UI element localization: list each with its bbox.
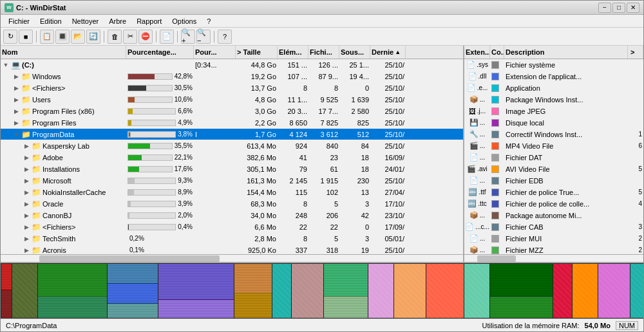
tree-row[interactable]: ▶📁CanonBJ2,0%34,0 Mo2482064223/10/ [1,210,463,221]
toolbar-btn-open[interactable]: 📂 [71,30,85,44]
tree-row[interactable]: ▼📁ProgramData3,8%I1,7 Go4 1243 61251225/… [1,129,463,140]
col-header-sous[interactable]: Sous... [339,46,370,59]
treemap-segment[interactable] [394,264,426,318]
ext-row[interactable]: 📄...Fichier MUI2 [464,233,643,244]
tree-row[interactable]: ▶📁Users10,6%4,8 Go11 1...9 5251 63925/10… [1,94,463,106]
ext-row[interactable]: 🎬.aviAVI Video File5 [464,163,643,175]
expand-button[interactable]: ▶ [12,108,20,115]
tree-row[interactable]: ▶📁Microsoft9,3%161,3 Mo2 1451 91523025/1… [1,175,463,187]
toolbar-btn-zoomout[interactable]: 🔍− [196,30,211,44]
toolbar-btn-cut[interactable]: ✂ [123,30,137,44]
expand-button[interactable]: ▶ [23,166,30,172]
col-header-pct[interactable]: Pourcentage... [126,46,194,59]
col-header-desc[interactable]: Description [504,46,628,59]
ext-row[interactable]: 📦...Fichier MZZ2 [464,244,643,254]
tree-table[interactable]: ▼💻(C:)[0:34...44,8 Go151 ...126 ...25 1.… [1,59,463,254]
toolbar-btn-copy[interactable]: 📋 [40,30,54,44]
expand-button[interactable]: ▶ [23,201,30,207]
ext-table[interactable]: 📄.sysFichier système📄.dllExtension de l'… [464,59,643,254]
toolbar-btn-reload[interactable]: 🔄 [86,30,100,44]
col-header-fichi[interactable]: Fichi... [308,46,339,59]
ext-row[interactable]: 🎬...MP4 Video File6 [464,140,643,152]
left-hscroll[interactable] [1,254,463,262]
expand-button[interactable]: ▶ [12,120,20,126]
treemap-segment[interactable] [368,264,393,318]
expand-button[interactable]: ▶ [12,85,20,91]
toolbar-btn-block[interactable]: ⛔ [138,30,153,44]
toolbar-btn-zoomin[interactable]: 🔍+ [181,30,195,44]
menu-item-?[interactable]: ? [202,16,216,26]
close-button[interactable]: ✕ [627,3,639,13]
toolbar-btn-view[interactable]: 🔳 [55,30,70,44]
treemap-segment[interactable] [324,264,368,318]
toolbar-btn-help[interactable]: ? [218,30,232,44]
expand-button[interactable]: ▶ [23,143,30,149]
ext-row[interactable]: 💾...Disque local [464,117,643,129]
ext-row[interactable]: 📦...Package autonome Mi... [464,210,643,221]
treemap-segment[interactable] [158,264,234,318]
treemap-segment[interactable] [272,264,291,318]
tree-row[interactable]: ▶📁Windows42,8%19,2 Go107 ...87 9...19 4.… [1,71,463,82]
tree-row[interactable]: ▶📁Program Files4,9%2,2 Go8 6507 82582525… [1,117,463,129]
tree-row[interactable]: ▼💻(C:)[0:34...44,8 Go151 ...126 ...25 1.… [1,59,463,71]
expand-button[interactable]: ▼ [2,62,10,68]
expand-button[interactable]: ▶ [23,247,30,254]
expand-button[interactable]: ▶ [23,189,30,196]
col-header-taille[interactable]: > Taille [236,46,278,59]
toolbar-btn-stop[interactable]: ■ [19,30,33,44]
menu-item-nettoyer[interactable]: Nettoyer [67,16,104,26]
tree-row[interactable]: ▶📁Oracle3,9%68,3 Mo85317/10/ [1,198,463,210]
tree-row[interactable]: ▶📁Kaspersky Lab35,5%613,4 Mo9248408425/1… [1,140,463,152]
toolbar-btn-delete[interactable]: 🗑 [108,30,122,44]
menu-item-fichier[interactable]: Fichier [3,16,35,26]
ext-row[interactable]: 🔧...Correctif Windows Inst...1 [464,129,643,140]
ext-row[interactable]: 📄...Fichier EDB [464,175,643,187]
treemap-segment[interactable] [234,264,272,318]
col-header-more[interactable]: > [628,46,643,59]
treemap-segment[interactable] [490,264,553,318]
treemap-segment[interactable] [426,264,464,318]
col-header-elem[interactable]: Elém... [278,46,308,59]
tree-row[interactable]: ▶📁NokiaInstallerCache8,9%154,4 Mo1151021… [1,187,463,198]
menu-item-options[interactable]: Options [167,16,202,26]
tree-row[interactable]: ▶📁Acronis0,1%925,0 Ko3373181925/10/ [1,244,463,254]
expand-button[interactable]: ▶ [23,154,30,161]
treemap-segment[interactable] [598,264,630,318]
ext-row[interactable]: 📦...Package Windows Inst... [464,94,643,106]
ext-row[interactable]: 📄.dllExtension de l'applicat... [464,71,643,82]
treemap-segment[interactable] [553,264,572,318]
expand-button[interactable]: ▶ [23,224,30,230]
ext-row[interactable]: 📄.e...Application [464,82,643,94]
col-header-co[interactable]: Co... [490,46,504,59]
ext-row[interactable]: 📄...Fichier DAT [464,152,643,163]
toolbar-btn-refresh[interactable]: ↻ [3,30,17,44]
tree-row[interactable]: ▶📁Installations17,6%305,1 Mo79611824/01/ [1,163,463,175]
menu-item-edition[interactable]: Edition [35,16,67,26]
ext-row[interactable]: 📄...c...Fichier CAB3 [464,221,643,233]
treemap-segment[interactable] [573,264,598,318]
treemap-segment[interactable] [1,264,12,318]
right-hscroll[interactable] [464,254,643,262]
expand-button[interactable]: ▼ [12,131,20,138]
treemap[interactable] [1,262,643,318]
toolbar-btn-file[interactable]: 📄 [160,30,174,44]
treemap-segment[interactable] [38,264,107,318]
expand-button[interactable]: ▶ [23,235,30,242]
expand-button[interactable]: ▶ [12,97,20,103]
col-header-pour[interactable]: Pour... [194,46,236,59]
minimize-button[interactable]: − [598,3,611,13]
menu-item-arbre[interactable]: Arbre [104,16,131,26]
treemap-segment[interactable] [464,264,489,318]
col-header-nom[interactable]: Nom [1,46,126,59]
menu-item-rapport[interactable]: Rapport [131,16,167,26]
ext-row[interactable]: 🖼.j...Image JPEG [464,106,643,117]
expand-button[interactable]: ▶ [23,178,30,184]
treemap-segment[interactable] [630,264,643,318]
ext-row[interactable]: 📄.sysFichier système [464,59,643,71]
treemap-segment[interactable] [12,264,37,318]
col-header-ext[interactable]: Exten... [464,46,490,59]
expand-button[interactable]: ▶ [23,212,30,219]
treemap-segment[interactable] [292,264,323,318]
ext-row[interactable]: 🔤.ttfFichier de police True...5 [464,187,643,198]
tree-row[interactable]: ▶📁Adobe22,1%382,6 Mo41231816/09/ [1,152,463,163]
